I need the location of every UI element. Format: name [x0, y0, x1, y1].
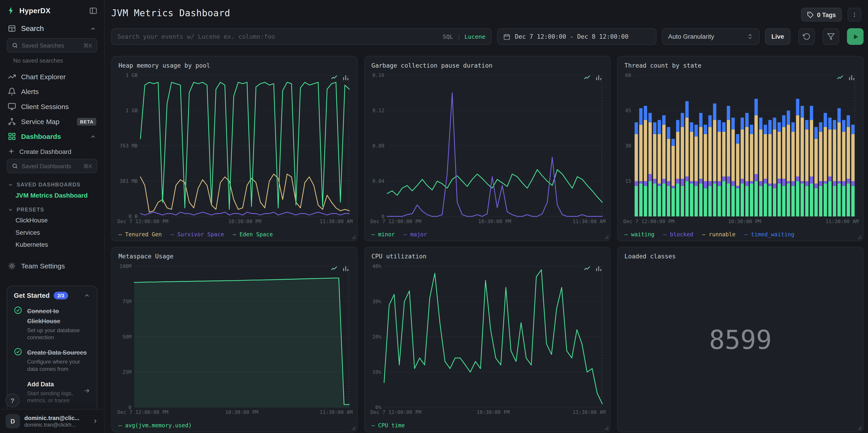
svg-text:30: 30	[625, 143, 631, 149]
svg-text:45: 45	[625, 108, 631, 113]
avatar: D	[5, 414, 20, 428]
line-chart-icon[interactable]	[583, 74, 591, 82]
search-section-icon	[8, 24, 16, 33]
sidebar-item-service-map[interactable]: Service Map BETA	[0, 114, 104, 129]
resize-handle[interactable]	[351, 426, 355, 430]
lucene-toggle[interactable]: Lucene	[465, 33, 486, 40]
bar-chart-icon[interactable]	[342, 265, 349, 273]
user-menu[interactable]: D dominic.tran@clic... dominic.tran@clic…	[0, 409, 104, 433]
chart-canvas[interactable]: 40%30%20%10%0%Dec 7 12:00:00 PM10:30:00 …	[369, 263, 606, 415]
bell-icon	[8, 87, 16, 96]
get-started-step[interactable]: Create Data Sources Configure where your…	[14, 347, 90, 372]
nav-label: Team Settings	[21, 262, 65, 270]
chart-canvas[interactable]: 0.160.120.080.040Dec 7 12:00:00 PM10:30:…	[369, 72, 606, 224]
step-desc: Set up your database connection	[27, 327, 88, 341]
nav-label: Chart Explorer	[21, 73, 66, 81]
main-content: JVM Metrics Dashboard 0 Tags Search your…	[104, 0, 868, 433]
chart-legend: —avg(jvm.memory.used)	[118, 422, 192, 428]
sidebar-item-team-settings[interactable]: Team Settings	[0, 258, 104, 273]
user-name: dominic.tran@clic...	[24, 414, 80, 422]
sidebar-item-chart-explorer[interactable]: Chart Explorer	[0, 69, 104, 84]
resize-handle[interactable]	[604, 235, 608, 239]
sidebar-section-search[interactable]: Search	[0, 20, 104, 37]
metric-value: 8599	[618, 247, 863, 432]
svg-text:11:30:00 AM: 11:30:00 AM	[573, 409, 606, 415]
legend-item[interactable]: —Tenured Gen	[118, 231, 162, 238]
resize-handle[interactable]	[604, 426, 608, 430]
page-title: JVM Metrics Dashboard	[111, 8, 230, 18]
sidebar-item-dashboards[interactable]: Dashboards	[0, 129, 104, 144]
shortcut-hint: ⌘K	[83, 42, 92, 49]
chevron-up-icon[interactable]	[84, 292, 90, 299]
resize-handle[interactable]	[351, 235, 355, 239]
search-section-label: Search	[21, 24, 44, 33]
line-chart-icon[interactable]	[583, 265, 591, 273]
bar-chart-icon[interactable]	[595, 74, 602, 82]
date-range-picker[interactable]: Dec 7 12:00:00 - Dec 8 12:00:00	[497, 28, 656, 45]
event-search-input[interactable]: Search your events w/ Lucene ex. column:…	[111, 28, 492, 45]
get-started-step[interactable]: Add Data Start sending logs, metrics, or…	[14, 379, 90, 404]
sidebar-item-clickhouse[interactable]: ClickHouse	[0, 214, 104, 226]
presets-section-header[interactable]: PRESETS	[0, 202, 104, 214]
chart-canvas[interactable]: 1 GB1 GB763 MB381 MB0 BDec 7 12:00:00 PM…	[116, 72, 353, 224]
chevron-up-icon	[90, 133, 96, 140]
create-dashboard-button[interactable]: Create Dashboard	[0, 144, 104, 158]
legend-item[interactable]: —Survivor Space	[170, 231, 224, 238]
legend-item[interactable]: —CPU time	[371, 422, 405, 428]
legend-item[interactable]: —avg(jvm.memory.used)	[118, 422, 192, 428]
chart-canvas[interactable]: 100M75M50M25M0Dec 7 12:00:00 PM10:30:00 …	[116, 263, 353, 415]
tags-button[interactable]: 0 Tags	[801, 8, 842, 22]
live-button[interactable]: Live	[765, 28, 790, 45]
get-started-step[interactable]: Connect to ClickHouse Set up your databa…	[14, 306, 90, 341]
svg-text:11:30:00 AM: 11:30:00 AM	[573, 219, 606, 224]
collapse-sidebar-icon[interactable]	[89, 6, 97, 14]
saved-dashboards-input[interactable]: Saved Dashboards ⌘K	[7, 159, 97, 173]
legend-item[interactable]: —blocked	[663, 231, 693, 238]
saved-searches-input[interactable]: Saved Searches ⌘K	[7, 38, 97, 53]
resize-handle[interactable]	[857, 426, 861, 430]
sidebar-item-jvm-metrics-dashboard[interactable]: JVM Metrics Dashboard	[0, 189, 104, 201]
bar-chart-icon[interactable]	[342, 74, 349, 82]
sidebar-item-client-sessions[interactable]: Client Sessions	[0, 99, 104, 114]
svg-text:1 GB: 1 GB	[126, 72, 138, 78]
svg-text:Dec 7 12:00:00 PM: Dec 7 12:00:00 PM	[117, 409, 168, 415]
chart-legend: —CPU time	[371, 422, 405, 428]
run-query-button[interactable]	[847, 28, 864, 45]
svg-text:11:30:00 AM: 11:30:00 AM	[320, 219, 353, 224]
more-menu-button[interactable]	[847, 8, 861, 22]
svg-text:50M: 50M	[123, 334, 132, 340]
help-button[interactable]: ?	[5, 394, 19, 407]
granularity-select[interactable]: Auto Granularity	[662, 28, 760, 45]
play-icon	[851, 33, 859, 40]
chart-canvas[interactable]: 60453015Dec 7 12:00:00 PM10:30:00 PM11:3…	[622, 72, 859, 224]
line-chart-icon[interactable]	[836, 74, 844, 82]
bar-chart-icon[interactable]	[595, 265, 602, 273]
svg-text:Dec 7 12:00:00 PM: Dec 7 12:00:00 PM	[370, 219, 421, 224]
svg-text:11:30:00 AM: 11:30:00 AM	[320, 409, 353, 415]
brand-row: HyperDX	[0, 0, 104, 20]
sidebar-item-alerts[interactable]: Alerts	[0, 84, 104, 99]
get-started-card: Get Started 2/3 Connect to ClickHouse Se…	[7, 285, 97, 419]
legend-item[interactable]: —timed_waiting	[744, 231, 795, 238]
line-chart-icon[interactable]	[331, 74, 338, 82]
brand-name: HyperDX	[19, 6, 51, 14]
bar-chart-icon[interactable]	[848, 74, 855, 82]
refresh-button[interactable]	[798, 28, 815, 45]
legend-item[interactable]: —runnable	[702, 231, 736, 238]
sidebar-item-services[interactable]: Services	[0, 226, 104, 238]
legend-item[interactable]: —Eden Space	[233, 231, 273, 238]
chart-legend: —Tenured Gen—Survivor Space—Eden Space	[118, 231, 273, 238]
filter-button[interactable]	[823, 28, 839, 45]
tag-icon	[807, 11, 813, 18]
sidebar-item-kubernetes[interactable]: Kubernetes	[0, 239, 104, 251]
sql-toggle[interactable]: SQL	[443, 33, 453, 40]
chart-title: Metaspace Usage	[118, 253, 350, 260]
saved-dashboards-section-header[interactable]: SAVED DASHBOARDS	[0, 177, 104, 189]
line-chart-icon[interactable]	[331, 265, 338, 273]
legend-item[interactable]: —major	[404, 231, 427, 238]
resize-handle[interactable]	[857, 235, 861, 239]
legend-item[interactable]: —minor	[371, 231, 395, 238]
legend-item[interactable]: —waiting	[624, 231, 654, 238]
chart-title: Thread count by state	[624, 62, 857, 69]
svg-text:75M: 75M	[123, 299, 132, 304]
